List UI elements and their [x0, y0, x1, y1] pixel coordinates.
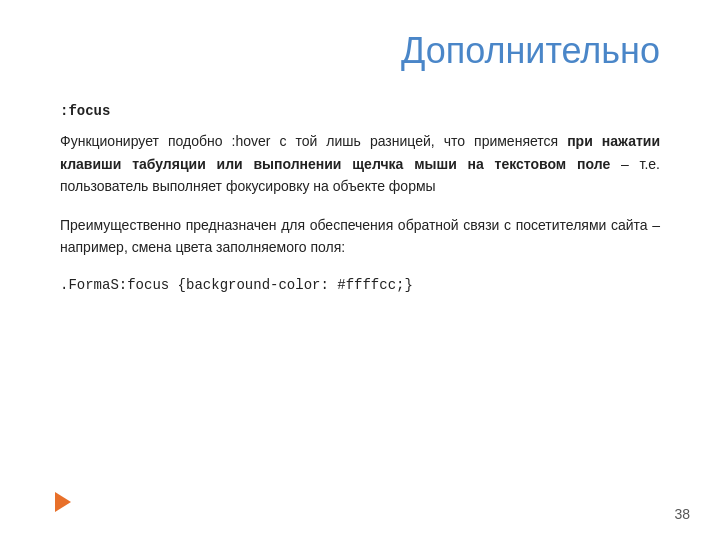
paragraph-2-text: Преимущественно предназначен для обеспеч…	[60, 217, 660, 255]
paragraph-1: Функционирует подобно :hover с той лишь …	[60, 130, 660, 197]
paragraph-1-text: Функционирует подобно :hover с той лишь …	[60, 133, 567, 149]
slide-title: Дополнительно	[60, 30, 660, 72]
page-number: 38	[674, 506, 690, 522]
focus-label: :focus	[60, 100, 660, 122]
slide-content: :focus Функционирует подобно :hover с то…	[60, 100, 660, 297]
paragraph-2: Преимущественно предназначен для обеспеч…	[60, 214, 660, 259]
arrow-indicator	[55, 492, 71, 512]
slide: Дополнительно :focus Функционирует подоб…	[0, 0, 720, 540]
code-example: .FormaS:focus {background-color: #ffffcc…	[60, 274, 660, 296]
